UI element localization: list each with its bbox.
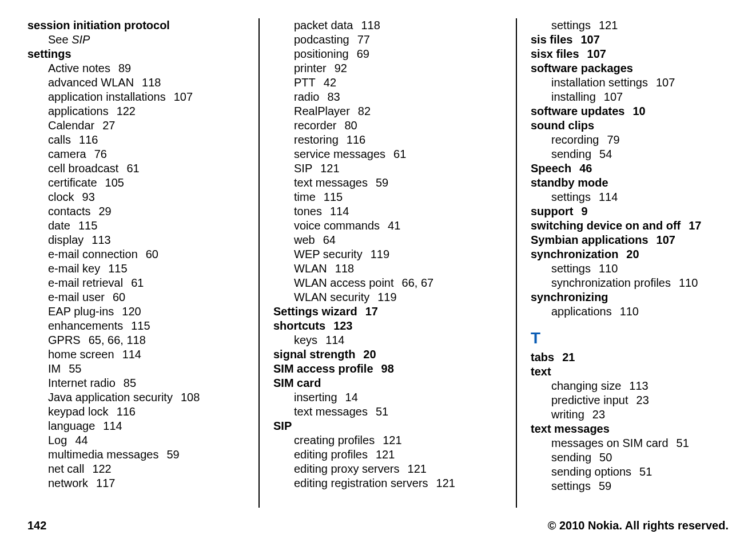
page-reference[interactable]: 115 (78, 219, 97, 232)
page-reference[interactable]: 107 (174, 90, 193, 103)
page-reference[interactable]: 61 (131, 276, 144, 289)
page-reference[interactable]: 110 (679, 276, 698, 289)
entry-text: cell broadcast (48, 162, 118, 175)
page-reference[interactable]: 41 (388, 219, 400, 232)
index-subentry: enhancements115 (48, 319, 245, 333)
page-reference[interactable]: 61 (393, 148, 406, 160)
page-reference[interactable]: 121 (408, 462, 427, 475)
page-reference[interactable]: 93 (82, 191, 95, 203)
page-reference[interactable]: 118 (142, 76, 161, 89)
page-reference[interactable]: 29 (98, 205, 111, 217)
page-reference[interactable]: 83 (327, 90, 340, 103)
page-reference[interactable]: 51 (677, 437, 689, 449)
page-reference[interactable]: 121 (320, 162, 339, 175)
page-reference[interactable]: 98 (381, 362, 394, 375)
page-reference[interactable]: 60 (146, 248, 158, 260)
page-reference[interactable]: 23 (592, 408, 605, 421)
page-reference[interactable]: 23 (636, 394, 649, 406)
page-reference[interactable]: 114 (325, 334, 344, 346)
page-reference[interactable]: 121 (436, 477, 455, 489)
page-reference[interactable]: 20 (363, 348, 376, 361)
page-reference[interactable]: 116 (79, 133, 98, 146)
page-reference[interactable]: 115 (108, 262, 127, 275)
page-reference[interactable]: 119 (377, 291, 396, 303)
index-subentry: EAP plug-ins120 (48, 304, 245, 319)
page-reference[interactable]: 110 (599, 262, 618, 275)
page-reference[interactable]: 20 (626, 248, 639, 260)
page-reference[interactable]: 113 (91, 234, 110, 246)
index-subentry: printer92 (294, 61, 502, 76)
page-reference[interactable]: 44 (75, 434, 87, 446)
page-reference[interactable]: 66, 67 (402, 276, 434, 289)
page-reference[interactable]: 121 (376, 448, 395, 461)
page-reference[interactable]: 105 (105, 176, 124, 189)
page-reference[interactable]: 116 (347, 133, 365, 146)
page-reference[interactable]: 107 (604, 90, 623, 103)
page-reference[interactable]: 65, 66, 118 (89, 334, 146, 346)
page-reference[interactable]: 59 (166, 448, 179, 461)
page-reference[interactable]: 122 (92, 462, 111, 475)
page-reference[interactable]: 10 (632, 105, 645, 117)
page-reference[interactable]: 80 (344, 119, 357, 132)
page-reference[interactable]: 108 (181, 391, 200, 403)
index-subentry: Log44 (48, 433, 245, 448)
page-reference[interactable]: 27 (102, 119, 115, 132)
page-reference[interactable]: 46 (579, 162, 592, 175)
page-reference[interactable]: 50 (599, 451, 612, 464)
page-reference[interactable]: 55 (69, 362, 81, 375)
entry-text: WLAN access point (294, 276, 394, 289)
page-reference[interactable]: 14 (345, 391, 358, 403)
index-subentry: e-mail connection60 (48, 247, 245, 262)
page-reference[interactable]: 121 (383, 434, 401, 446)
page-reference[interactable]: 118 (361, 19, 380, 31)
page-reference[interactable]: 82 (358, 105, 371, 117)
page-reference[interactable]: 107 (656, 234, 675, 246)
page-reference[interactable]: 123 (333, 319, 352, 332)
page-reference[interactable]: 121 (599, 19, 618, 31)
page-reference[interactable]: 114 (103, 420, 122, 432)
page-reference[interactable]: 85 (124, 377, 136, 389)
page-reference[interactable]: 114 (599, 191, 618, 203)
page-reference[interactable]: 76 (94, 148, 107, 160)
entry-text: Symbian applications (531, 234, 648, 246)
page-reference[interactable]: 60 (113, 291, 125, 303)
page-reference[interactable]: 59 (599, 480, 611, 492)
page-reference[interactable]: 115 (131, 319, 150, 332)
page-reference[interactable]: 21 (562, 351, 575, 363)
page-reference[interactable]: 17 (689, 219, 701, 232)
page-reference[interactable]: 107 (587, 48, 606, 60)
page-reference[interactable]: 115 (324, 191, 343, 203)
entry-text: editing profiles (294, 448, 368, 461)
page-reference[interactable]: 79 (607, 133, 619, 146)
page-reference[interactable]: 117 (96, 477, 115, 489)
page-reference[interactable]: 107 (656, 76, 675, 89)
entry-text: session initiation protocol (27, 19, 170, 31)
page-reference[interactable]: 54 (599, 148, 612, 160)
page-reference[interactable]: 116 (117, 405, 136, 418)
index-heading: text (531, 365, 729, 379)
page-reference[interactable]: 114 (330, 205, 349, 217)
page-reference[interactable]: 114 (122, 348, 141, 361)
page-reference[interactable]: 77 (357, 33, 370, 46)
page-reference[interactable]: 17 (365, 305, 378, 318)
page-reference[interactable]: 107 (580, 33, 599, 46)
entry-text: sending options (551, 465, 631, 478)
page-reference[interactable]: 92 (335, 62, 347, 74)
index-subentry: podcasting77 (294, 33, 502, 47)
page-reference[interactable]: 42 (324, 76, 336, 89)
page-reference[interactable]: 69 (357, 48, 369, 60)
page-reference[interactable]: 59 (376, 176, 388, 189)
page-reference[interactable]: 119 (371, 248, 389, 260)
page-reference[interactable]: 120 (122, 305, 141, 318)
page-reference[interactable]: 51 (639, 465, 652, 478)
page-reference[interactable]: 118 (335, 262, 354, 275)
index-subentry: keypad lock116 (48, 405, 245, 419)
page-reference[interactable]: 64 (323, 234, 336, 246)
page-reference[interactable]: 113 (629, 379, 648, 392)
page-reference[interactable]: 51 (376, 405, 388, 418)
page-reference[interactable]: 89 (118, 62, 131, 74)
page-reference[interactable]: 110 (620, 305, 639, 318)
page-reference[interactable]: 61 (126, 162, 139, 175)
page-reference[interactable]: 122 (117, 105, 136, 117)
page-reference[interactable]: 9 (581, 205, 587, 217)
